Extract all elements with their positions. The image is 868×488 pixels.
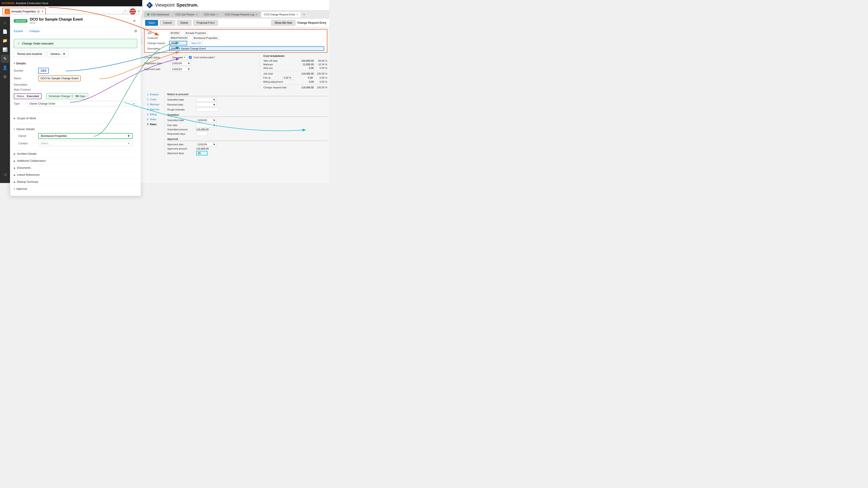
- delete-button[interactable]: Delete: [177, 20, 192, 26]
- expand-link[interactable]: Expand: [14, 30, 23, 33]
- nav-docs[interactable]: 📄: [1, 28, 9, 36]
- approved-days-input[interactable]: [196, 151, 208, 156]
- contact-select[interactable]: Select... ▼: [38, 141, 133, 146]
- current-status-select[interactable]: Executed ▼: [171, 55, 187, 59]
- tab-ccd-job-phases[interactable]: CCD Job Phases ✕: [173, 11, 200, 17]
- success-icon: ✓: [17, 41, 20, 46]
- tab-close-icon[interactable]: ✕: [296, 13, 298, 16]
- nav-dates[interactable]: 7. Dates: [144, 122, 164, 127]
- fee-pct-input[interactable]: [283, 76, 294, 79]
- status-executed: Executed: [27, 95, 39, 98]
- quotation-due-date-row: Due date ▼: [167, 123, 327, 127]
- schedule-days: 55: [75, 95, 79, 98]
- owner-row: Owner Brentwood Properties ▼: [14, 133, 137, 139]
- number-label: Number: [14, 69, 36, 72]
- nav-costs[interactable]: 2. Costs: [144, 97, 164, 102]
- tab-change-request-entry[interactable]: CCD Change Request Entry ✕: [261, 11, 301, 17]
- success-message: Change Order executed: [22, 42, 53, 45]
- number-row: Number 1002: [14, 68, 137, 74]
- nav-notes[interactable]: 6. Notes: [144, 117, 164, 122]
- markup-summary-row[interactable]: ▶ Markup Summary: [14, 178, 137, 183]
- nav-markups[interactable]: 3. Markups: [144, 102, 164, 107]
- documents-row[interactable]: ▶ Documents: [14, 164, 137, 171]
- tab-close-icon[interactable]: ✕: [217, 13, 218, 16]
- approval-date-select[interactable]: 11/01/24 ▼: [196, 142, 217, 147]
- close-button[interactable]: ✕: [131, 18, 137, 24]
- schedule-info-icon: ⓘ: [71, 94, 74, 98]
- details-toggle[interactable]: ▾ Details: [14, 61, 137, 66]
- nav-changes[interactable]: ✎: [1, 55, 9, 63]
- notice-received-select[interactable]: ▼: [196, 103, 217, 107]
- collaborators-label: Additional Collaborators: [17, 159, 46, 162]
- billing-adj-amount: 0.00: [296, 80, 314, 83]
- scope-toggle[interactable]: ▶ Scope of Work: [14, 115, 137, 121]
- notice-submitted-select[interactable]: ▼: [196, 98, 217, 102]
- cost-reimbursable-checkbox[interactable]: [189, 56, 192, 59]
- cost-reimbursable-label: Cost reimbursable?: [193, 56, 215, 59]
- executed-badge: Executed: [14, 19, 27, 23]
- linked-references-row[interactable]: ▶ Linked References: [14, 171, 137, 178]
- settings-icon[interactable]: ⚙: [37, 10, 40, 13]
- contact-label: Contact: [18, 142, 36, 145]
- add-tab-button[interactable]: +: [302, 12, 306, 17]
- job-row: Job BV2062 Armada Properties: [146, 31, 326, 35]
- nav-addons[interactable]: 4. Add-ons: [144, 107, 164, 112]
- approved-date-select[interactable]: 11/01/24 ▼: [171, 67, 191, 71]
- type-chevron-icon: ▼: [133, 103, 135, 105]
- nav-related-label: Related: [150, 93, 158, 96]
- tab-ccd-jobs[interactable]: CCD Jobs ✕: [201, 11, 221, 17]
- nav-chart[interactable]: 📊: [1, 46, 9, 54]
- nav-collapse[interactable]: ◁: [1, 170, 9, 178]
- tab-ccd-dashboard[interactable]: CCD Dashboard: [144, 11, 172, 17]
- home-icon[interactable]: ⌂: [4, 9, 10, 14]
- customer-row: Customer BRENTWOOD! Brentwood Properties: [146, 35, 326, 40]
- nav-home[interactable]: ⌂: [1, 19, 9, 27]
- approval-date-label: Approved date: [167, 143, 194, 146]
- cost-breakdown-title: Cost breakdown: [264, 55, 327, 58]
- cancel-button[interactable]: Cancel: [160, 20, 175, 26]
- gear-icon[interactable]: ⚙: [134, 29, 137, 33]
- tab-close-icon[interactable]: ✕: [196, 13, 197, 16]
- revise-resubmit-button[interactable]: Revise and resubmit: [14, 51, 45, 57]
- company-selector[interactable]: ⌂ Armada Properties ⚙ ▼: [2, 8, 46, 15]
- status-section: Current status Executed ▼ Cost reimbursa…: [144, 55, 259, 89]
- nav-billing[interactable]: 5. Billing: [144, 112, 164, 117]
- collaborators-chevron-icon: ▶: [14, 160, 16, 162]
- job-total-label: Job total: [264, 72, 296, 75]
- spectrum-subtitle: Spectrum.: [176, 2, 198, 8]
- spectrum-logo-icon: V: [146, 2, 153, 9]
- change-request-input[interactable]: [169, 41, 187, 45]
- tab-change-request-log[interactable]: CCD Change Request Log ✕: [222, 11, 260, 17]
- requested-days-input[interactable]: [196, 132, 208, 136]
- help-icon[interactable]: ?: [122, 9, 128, 14]
- quotation-submitted-select[interactable]: 11/01/24 ▼: [196, 118, 217, 122]
- rough-estimate-input[interactable]: [196, 107, 219, 111]
- proposal-form-button[interactable]: Proposal Form: [193, 20, 218, 26]
- collapse-link[interactable]: Collapse: [29, 30, 40, 33]
- addons-label: Add-ons: [264, 67, 296, 69]
- owner-details-toggle[interactable]: ▾ Owner Details: [14, 126, 137, 132]
- save-button[interactable]: Save: [145, 20, 158, 26]
- notice-received-chevron-icon: ▼: [213, 103, 215, 106]
- nav-people[interactable]: 👤: [1, 64, 9, 72]
- current-status-label: Current status: [144, 56, 169, 59]
- architect-details-row[interactable]: ▶ Architect Details: [14, 150, 137, 157]
- collaborators-row[interactable]: ▶ Additional Collaborators: [14, 157, 137, 164]
- generate-button[interactable]: Genera... ▼: [47, 51, 69, 57]
- nav-folder[interactable]: 📁: [1, 37, 9, 45]
- nav-related[interactable]: 1. Related: [144, 92, 164, 97]
- status-label: Status: [17, 95, 24, 98]
- nav-settings[interactable]: ⚙: [1, 73, 9, 81]
- avatar-chevron[interactable]: ▼: [138, 10, 140, 13]
- left-nav-tabs: 1. Related 2. Costs 3. Markups 4. Add-on…: [144, 91, 164, 156]
- avatar[interactable]: Armada Properties: [129, 8, 136, 15]
- chevron-down-icon[interactable]: ▼: [41, 10, 43, 13]
- schedule-days-label: Days: [80, 95, 86, 98]
- status-value: Executed: [173, 56, 183, 59]
- show-me-how-button[interactable]: Show Me How: [271, 20, 296, 26]
- type-select[interactable]: Owner Change Order ▼: [27, 101, 137, 106]
- divider: |: [26, 30, 26, 33]
- quotation-due-select[interactable]: ▼: [196, 123, 217, 127]
- origination-date-select[interactable]: 11/01/24 ▼: [171, 61, 191, 65]
- tab-close-icon[interactable]: ✕: [256, 13, 257, 16]
